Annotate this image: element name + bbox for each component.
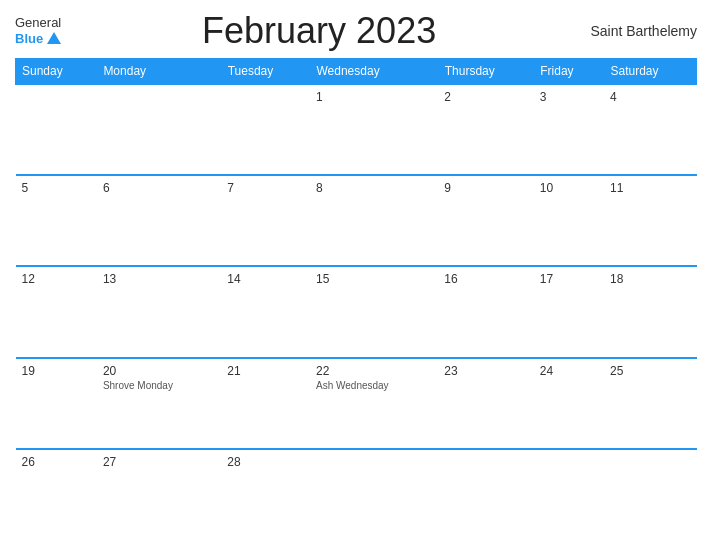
month-title: February 2023 xyxy=(61,10,577,52)
calendar-cell xyxy=(310,449,438,540)
calendar-cell xyxy=(221,84,310,175)
day-number: 16 xyxy=(444,272,528,286)
calendar-cell: 10 xyxy=(534,175,604,266)
calendar-cell: 14 xyxy=(221,266,310,357)
day-number: 1 xyxy=(316,90,432,104)
day-number: 15 xyxy=(316,272,432,286)
day-number: 5 xyxy=(22,181,91,195)
event-label: Shrove Monday xyxy=(103,380,215,391)
calendar-cell xyxy=(438,449,534,540)
day-number: 26 xyxy=(22,455,91,469)
calendar-cell: 25 xyxy=(604,358,697,449)
calendar-cell xyxy=(97,84,221,175)
calendar-cell: 2 xyxy=(438,84,534,175)
calendar-cell: 11 xyxy=(604,175,697,266)
calendar-cell: 1 xyxy=(310,84,438,175)
day-number: 14 xyxy=(227,272,304,286)
weekday-header-wednesday: Wednesday xyxy=(310,59,438,85)
calendar-header: General Blue February 2023 Saint Barthel… xyxy=(15,10,697,52)
day-number: 20 xyxy=(103,364,215,378)
day-number: 10 xyxy=(540,181,598,195)
day-number: 25 xyxy=(610,364,691,378)
day-number: 23 xyxy=(444,364,528,378)
calendar-cell xyxy=(16,84,97,175)
day-number: 7 xyxy=(227,181,304,195)
week-row-5: 262728 xyxy=(16,449,697,540)
day-number: 4 xyxy=(610,90,691,104)
weekday-header-monday: Monday xyxy=(97,59,221,85)
week-row-3: 12131415161718 xyxy=(16,266,697,357)
calendar-cell: 12 xyxy=(16,266,97,357)
weekday-header-row: SundayMondayTuesdayWednesdayThursdayFrid… xyxy=(16,59,697,85)
day-number: 21 xyxy=(227,364,304,378)
day-number: 27 xyxy=(103,455,215,469)
day-number: 9 xyxy=(444,181,528,195)
day-number: 18 xyxy=(610,272,691,286)
week-row-1: 1234 xyxy=(16,84,697,175)
calendar-cell: 22Ash Wednesday xyxy=(310,358,438,449)
calendar-cell: 23 xyxy=(438,358,534,449)
calendar-cell: 3 xyxy=(534,84,604,175)
calendar-cell: 4 xyxy=(604,84,697,175)
logo-blue-text: Blue xyxy=(15,31,61,46)
day-number: 3 xyxy=(540,90,598,104)
calendar-cell: 16 xyxy=(438,266,534,357)
calendar-cell xyxy=(534,449,604,540)
calendar-cell: 5 xyxy=(16,175,97,266)
calendar-cell: 7 xyxy=(221,175,310,266)
day-number: 24 xyxy=(540,364,598,378)
day-number: 6 xyxy=(103,181,215,195)
calendar-cell: 9 xyxy=(438,175,534,266)
weekday-header-sunday: Sunday xyxy=(16,59,97,85)
weekday-header-friday: Friday xyxy=(534,59,604,85)
day-number: 2 xyxy=(444,90,528,104)
day-number: 19 xyxy=(22,364,91,378)
logo: General Blue xyxy=(15,16,61,45)
calendar-cell: 19 xyxy=(16,358,97,449)
region-label: Saint Barthelemy xyxy=(577,23,697,39)
week-row-2: 567891011 xyxy=(16,175,697,266)
calendar-cell: 20Shrove Monday xyxy=(97,358,221,449)
calendar-cell: 24 xyxy=(534,358,604,449)
day-number: 28 xyxy=(227,455,304,469)
calendar-cell: 6 xyxy=(97,175,221,266)
calendar-wrapper: General Blue February 2023 Saint Barthel… xyxy=(0,0,712,550)
weekday-header-saturday: Saturday xyxy=(604,59,697,85)
calendar-cell: 21 xyxy=(221,358,310,449)
calendar-cell: 26 xyxy=(16,449,97,540)
logo-general-text: General xyxy=(15,16,61,30)
calendar-cell: 28 xyxy=(221,449,310,540)
calendar-cell xyxy=(604,449,697,540)
day-number: 13 xyxy=(103,272,215,286)
week-row-4: 1920Shrove Monday2122Ash Wednesday232425 xyxy=(16,358,697,449)
day-number: 17 xyxy=(540,272,598,286)
calendar-cell: 13 xyxy=(97,266,221,357)
day-number: 12 xyxy=(22,272,91,286)
calendar-cell: 18 xyxy=(604,266,697,357)
calendar-cell: 17 xyxy=(534,266,604,357)
event-label: Ash Wednesday xyxy=(316,380,432,391)
logo-triangle-icon xyxy=(47,32,61,44)
day-number: 22 xyxy=(316,364,432,378)
calendar-cell: 15 xyxy=(310,266,438,357)
weekday-header-thursday: Thursday xyxy=(438,59,534,85)
calendar-table: SundayMondayTuesdayWednesdayThursdayFrid… xyxy=(15,58,697,540)
day-number: 8 xyxy=(316,181,432,195)
weekday-header-tuesday: Tuesday xyxy=(221,59,310,85)
calendar-cell: 27 xyxy=(97,449,221,540)
calendar-cell: 8 xyxy=(310,175,438,266)
day-number: 11 xyxy=(610,181,691,195)
